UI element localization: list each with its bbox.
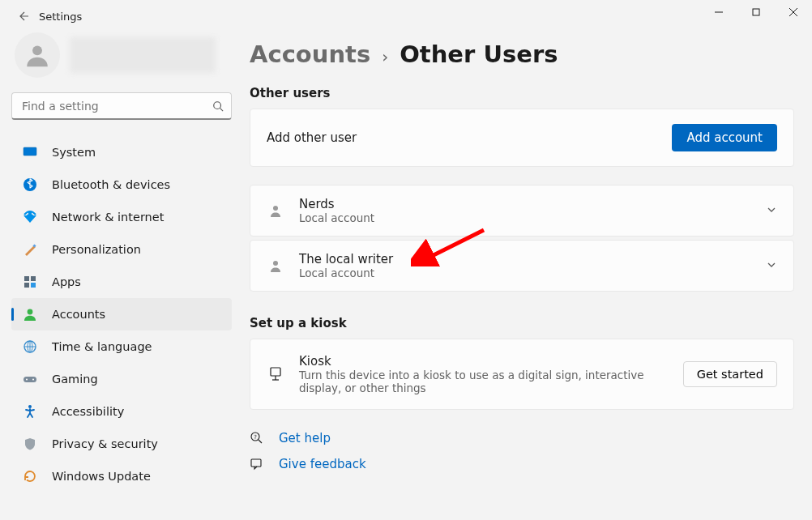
add-other-user-card: Add other user Add account [250,109,794,167]
person-icon [267,202,284,220]
user-row-nerds[interactable]: Nerds Local account [250,185,794,237]
get-started-button[interactable]: Get started [683,361,777,387]
app-title: Settings [39,11,82,23]
help-icon: ? [250,431,264,445]
svg-rect-13 [31,276,36,281]
svg-line-30 [259,440,262,443]
sidebar-item-gaming[interactable]: Gaming [11,363,232,395]
svg-rect-1 [753,9,759,15]
sidebar-item-accessibility[interactable]: Accessibility [11,395,232,428]
sidebar-item-label: System [52,146,96,159]
chevron-right-icon: › [382,47,388,66]
add-other-user-label: Add other user [267,130,672,145]
sidebar-item-personalization[interactable]: Personalization [11,233,232,266]
sidebar-item-label: Apps [52,275,81,288]
svg-point-16 [28,309,33,315]
svg-point-22 [28,405,32,408]
bluetooth-icon [23,177,37,192]
user-type: Local account [299,211,751,224]
person-icon [267,257,284,275]
accessibility-icon [23,404,37,419]
user-name: Nerds [299,197,751,211]
apps-icon [23,275,37,289]
sidebar-item-label: Personalization [52,243,141,256]
sidebar-item-label: Time & language [52,340,152,353]
svg-point-24 [273,261,278,266]
svg-text:?: ? [254,434,257,441]
kiosk-desc: Turn this device into a kiosk to use as … [299,369,647,394]
sidebar-item-privacy[interactable]: Privacy & security [11,428,232,460]
svg-rect-32 [251,459,261,467]
sidebar-item-accounts[interactable]: Accounts [11,298,232,330]
sidebar-item-apps[interactable]: Apps [11,266,232,298]
svg-point-20 [26,379,28,381]
sidebar-item-windows-update[interactable]: Windows Update [11,460,232,492]
add-account-button[interactable]: Add account [672,124,777,151]
kiosk-icon [267,365,284,383]
svg-rect-15 [31,283,36,288]
profile-block[interactable] [11,32,232,78]
sidebar-item-time-language[interactable]: Time & language [11,330,232,363]
globe-clock-icon [23,339,37,354]
kiosk-card: Kiosk Turn this device into a kiosk to u… [250,339,794,410]
sidebar-item-label: Windows Update [52,470,151,483]
give-feedback-link[interactable]: Give feedback [279,457,366,471]
breadcrumb-parent[interactable]: Accounts [250,40,370,68]
sidebar-item-label: Bluetooth & devices [52,178,170,191]
sidebar-item-label: Network & internet [52,211,164,224]
svg-line-6 [220,109,224,112]
feedback-icon [250,457,264,471]
minimize-button[interactable] [700,0,737,24]
sidebar-item-system[interactable]: System [11,136,232,168]
svg-point-23 [273,206,278,211]
svg-point-21 [32,379,34,381]
wifi-icon [23,210,37,224]
svg-point-4 [32,45,42,55]
svg-point-5 [214,102,221,109]
sidebar-item-label: Accessibility [52,405,124,418]
gamepad-icon [23,372,37,386]
system-icon [23,145,37,160]
sidebar-item-label: Gaming [52,373,98,386]
chevron-down-icon [766,258,777,274]
svg-rect-14 [24,283,29,288]
paintbrush-icon [23,242,37,257]
svg-rect-12 [24,276,29,281]
svg-rect-19 [24,377,36,382]
update-icon [23,469,37,484]
section-header-other-users: Other users [250,86,794,100]
sidebar-item-network[interactable]: Network & internet [11,201,232,233]
breadcrumb-current: Other Users [400,40,558,68]
svg-rect-26 [271,368,280,376]
search-icon [212,100,224,111]
chevron-down-icon [766,203,777,219]
user-name: The local writer [299,252,751,266]
get-help-link[interactable]: Get help [279,431,331,445]
sidebar-item-label: Accounts [52,308,105,321]
shield-icon [23,437,37,451]
search-input[interactable] [11,92,232,120]
back-arrow-icon[interactable] [16,10,29,23]
sidebar-item-label: Privacy & security [52,437,158,450]
avatar [15,32,60,78]
svg-point-10 [28,218,31,220]
close-button[interactable] [775,0,812,24]
user-row-local-writer[interactable]: The local writer Local account [250,240,794,292]
sidebar-item-bluetooth[interactable]: Bluetooth & devices [11,168,232,201]
person-icon [23,307,37,322]
user-type: Local account [299,266,751,279]
svg-rect-7 [24,147,36,156]
maximize-button[interactable] [737,0,775,24]
profile-name-redacted [70,37,216,73]
breadcrumb: Accounts › Other Users [250,40,794,68]
kiosk-title: Kiosk [299,354,669,369]
section-header-kiosk: Set up a kiosk [250,316,794,330]
